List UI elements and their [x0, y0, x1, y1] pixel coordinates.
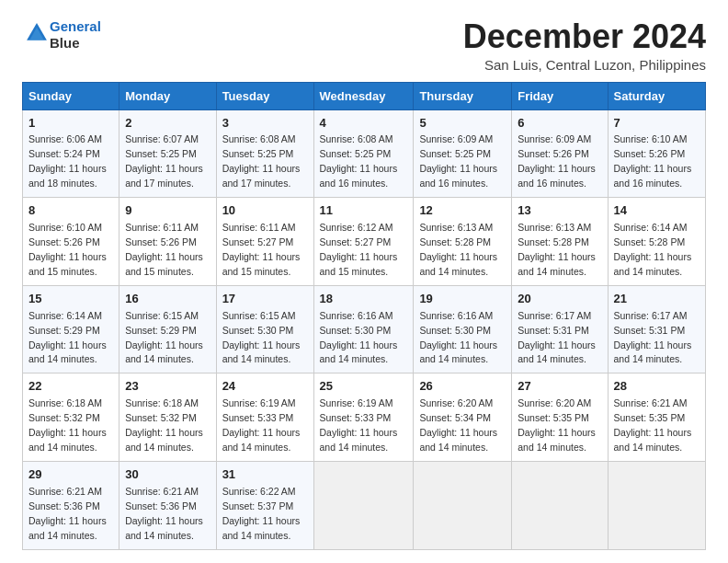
day-info: Sunrise: 6:21 AMSunset: 5:36 PMDaylight:…: [28, 486, 107, 541]
calendar-cell: 13 Sunrise: 6:13 AMSunset: 5:28 PMDaylig…: [512, 198, 608, 286]
day-info: Sunrise: 6:06 AMSunset: 5:24 PMDaylight:…: [28, 133, 107, 189]
day-number: 1: [28, 115, 113, 132]
calendar-week-row: 1 Sunrise: 6:06 AMSunset: 5:24 PMDayligh…: [23, 109, 706, 198]
calendar-cell: 26 Sunrise: 6:20 AMSunset: 5:34 PMDaylig…: [414, 373, 512, 462]
day-info: Sunrise: 6:18 AMSunset: 5:32 PMDaylight:…: [125, 397, 203, 453]
weekday-header-friday: Friday: [512, 82, 608, 109]
calendar-cell: 25 Sunrise: 6:19 AMSunset: 5:33 PMDaylig…: [313, 373, 414, 462]
calendar-cell: [313, 461, 414, 549]
day-number: 23: [125, 378, 210, 396]
day-number: 4: [320, 115, 408, 132]
day-number: 20: [518, 291, 601, 308]
calendar-cell: [512, 461, 608, 549]
day-number: 25: [320, 378, 408, 396]
day-number: 5: [419, 115, 506, 132]
day-number: 9: [125, 202, 210, 220]
day-number: 27: [518, 378, 601, 396]
day-number: 11: [320, 202, 408, 220]
weekday-header-sunday: Sunday: [23, 82, 119, 109]
calendar-cell: 28 Sunrise: 6:21 AMSunset: 5:35 PMDaylig…: [608, 373, 706, 462]
day-info: Sunrise: 6:18 AMSunset: 5:32 PMDaylight:…: [28, 397, 107, 453]
logo-icon: [24, 20, 50, 46]
weekday-header-saturday: Saturday: [608, 82, 706, 109]
day-info: Sunrise: 6:10 AMSunset: 5:26 PMDaylight:…: [28, 222, 107, 277]
day-info: Sunrise: 6:14 AMSunset: 5:29 PMDaylight:…: [28, 310, 107, 365]
calendar-cell: 24 Sunrise: 6:19 AMSunset: 5:33 PMDaylig…: [216, 373, 313, 462]
day-info: Sunrise: 6:19 AMSunset: 5:33 PMDaylight:…: [320, 397, 398, 453]
day-info: Sunrise: 6:22 AMSunset: 5:37 PMDaylight:…: [222, 486, 301, 541]
day-number: 6: [518, 115, 601, 132]
calendar-cell: 12 Sunrise: 6:13 AMSunset: 5:28 PMDaylig…: [414, 198, 512, 286]
weekday-header-row: SundayMondayTuesdayWednesdayThursdayFrid…: [23, 82, 706, 109]
weekday-header-monday: Monday: [119, 82, 216, 109]
day-number: 12: [419, 202, 506, 220]
calendar-cell: [414, 461, 512, 549]
day-info: Sunrise: 6:09 AMSunset: 5:26 PMDaylight:…: [518, 133, 596, 189]
day-number: 15: [28, 291, 113, 308]
calendar-cell: 15 Sunrise: 6:14 AMSunset: 5:29 PMDaylig…: [23, 285, 119, 373]
day-number: 10: [222, 202, 308, 220]
day-info: Sunrise: 6:21 AMSunset: 5:35 PMDaylight:…: [614, 397, 692, 453]
day-info: Sunrise: 6:17 AMSunset: 5:31 PMDaylight:…: [614, 310, 692, 365]
day-number: 21: [614, 291, 700, 308]
day-info: Sunrise: 6:15 AMSunset: 5:29 PMDaylight:…: [125, 310, 203, 365]
day-number: 18: [320, 291, 408, 308]
title-block: December 2024 San Luis, Central Luzon, P…: [463, 18, 706, 73]
calendar-cell: 7 Sunrise: 6:10 AMSunset: 5:26 PMDayligh…: [608, 109, 706, 198]
day-info: Sunrise: 6:08 AMSunset: 5:25 PMDaylight:…: [320, 133, 398, 189]
day-info: Sunrise: 6:20 AMSunset: 5:34 PMDaylight:…: [419, 397, 497, 453]
day-number: 28: [614, 378, 700, 396]
day-number: 17: [222, 291, 308, 308]
day-number: 16: [125, 291, 210, 308]
day-number: 7: [614, 115, 700, 132]
calendar-cell: 23 Sunrise: 6:18 AMSunset: 5:32 PMDaylig…: [119, 373, 216, 462]
day-info: Sunrise: 6:07 AMSunset: 5:25 PMDaylight:…: [125, 133, 203, 189]
day-number: 14: [614, 202, 700, 220]
weekday-header-thursday: Thursday: [414, 82, 512, 109]
calendar-cell: 14 Sunrise: 6:14 AMSunset: 5:28 PMDaylig…: [608, 198, 706, 286]
calendar-cell: 9 Sunrise: 6:11 AMSunset: 5:26 PMDayligh…: [119, 198, 216, 286]
calendar-cell: 21 Sunrise: 6:17 AMSunset: 5:31 PMDaylig…: [608, 285, 706, 373]
month-title: December 2024: [463, 18, 706, 55]
weekday-header-tuesday: Tuesday: [216, 82, 313, 109]
day-number: 31: [222, 466, 308, 484]
calendar-week-row: 8 Sunrise: 6:10 AMSunset: 5:26 PMDayligh…: [23, 198, 706, 286]
calendar-week-row: 22 Sunrise: 6:18 AMSunset: 5:32 PMDaylig…: [23, 373, 706, 462]
day-info: Sunrise: 6:11 AMSunset: 5:26 PMDaylight:…: [125, 222, 203, 277]
day-info: Sunrise: 6:17 AMSunset: 5:31 PMDaylight:…: [518, 310, 596, 365]
calendar-cell: 6 Sunrise: 6:09 AMSunset: 5:26 PMDayligh…: [512, 109, 608, 198]
day-info: Sunrise: 6:20 AMSunset: 5:35 PMDaylight:…: [518, 397, 596, 453]
calendar-cell: 11 Sunrise: 6:12 AMSunset: 5:27 PMDaylig…: [313, 198, 414, 286]
day-info: Sunrise: 6:08 AMSunset: 5:25 PMDaylight:…: [222, 133, 301, 189]
day-info: Sunrise: 6:11 AMSunset: 5:27 PMDaylight:…: [222, 222, 301, 277]
day-info: Sunrise: 6:10 AMSunset: 5:26 PMDaylight:…: [614, 133, 692, 189]
calendar-cell: 8 Sunrise: 6:10 AMSunset: 5:26 PMDayligh…: [23, 198, 119, 286]
day-info: Sunrise: 6:15 AMSunset: 5:30 PMDaylight:…: [222, 310, 301, 365]
day-info: Sunrise: 6:13 AMSunset: 5:28 PMDaylight:…: [419, 222, 497, 277]
calendar-cell: 29 Sunrise: 6:21 AMSunset: 5:36 PMDaylig…: [23, 461, 119, 549]
calendar-cell: 22 Sunrise: 6:18 AMSunset: 5:32 PMDaylig…: [23, 373, 119, 462]
day-number: 22: [28, 378, 113, 396]
day-info: Sunrise: 6:21 AMSunset: 5:36 PMDaylight:…: [125, 486, 203, 541]
calendar-cell: 1 Sunrise: 6:06 AMSunset: 5:24 PMDayligh…: [23, 109, 119, 198]
day-number: 24: [222, 378, 308, 396]
day-info: Sunrise: 6:14 AMSunset: 5:28 PMDaylight:…: [614, 222, 692, 277]
calendar-cell: 16 Sunrise: 6:15 AMSunset: 5:29 PMDaylig…: [119, 285, 216, 373]
day-number: 13: [518, 202, 601, 220]
calendar-cell: 17 Sunrise: 6:15 AMSunset: 5:30 PMDaylig…: [216, 285, 313, 373]
calendar-cell: 3 Sunrise: 6:08 AMSunset: 5:25 PMDayligh…: [216, 109, 313, 198]
calendar-table: SundayMondayTuesdayWednesdayThursdayFrid…: [22, 82, 706, 550]
calendar-week-row: 29 Sunrise: 6:21 AMSunset: 5:36 PMDaylig…: [23, 461, 706, 549]
calendar-cell: 20 Sunrise: 6:17 AMSunset: 5:31 PMDaylig…: [512, 285, 608, 373]
calendar-cell: 30 Sunrise: 6:21 AMSunset: 5:36 PMDaylig…: [119, 461, 216, 549]
calendar-cell: 4 Sunrise: 6:08 AMSunset: 5:25 PMDayligh…: [313, 109, 414, 198]
location-subtitle: San Luis, Central Luzon, Philippines: [463, 57, 706, 73]
calendar-cell: 5 Sunrise: 6:09 AMSunset: 5:25 PMDayligh…: [414, 109, 512, 198]
page-header: GeneralBlue December 2024 San Luis, Cent…: [22, 18, 706, 73]
calendar-week-row: 15 Sunrise: 6:14 AMSunset: 5:29 PMDaylig…: [23, 285, 706, 373]
day-number: 26: [419, 378, 506, 396]
day-number: 2: [125, 115, 210, 132]
day-info: Sunrise: 6:16 AMSunset: 5:30 PMDaylight:…: [320, 310, 398, 365]
day-info: Sunrise: 6:13 AMSunset: 5:28 PMDaylight:…: [518, 222, 596, 277]
logo-text: GeneralBlue: [50, 18, 101, 52]
